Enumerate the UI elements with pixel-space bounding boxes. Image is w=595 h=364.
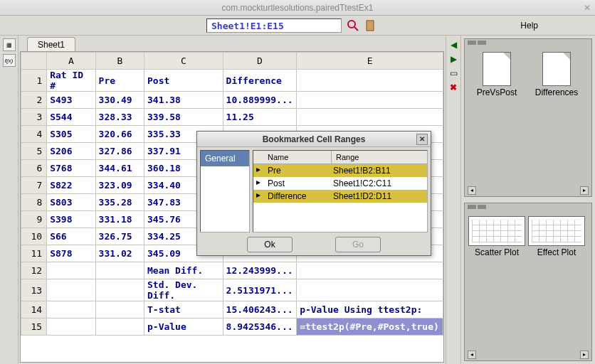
row-header[interactable]: 7 <box>21 177 47 194</box>
cell[interactable]: S398 <box>47 211 95 228</box>
cell[interactable]: Rat ID # <box>47 70 95 92</box>
row-header[interactable]: 2 <box>21 92 47 109</box>
cell[interactable]: 12.243999... <box>223 262 297 279</box>
col-header[interactable]: C <box>144 53 223 70</box>
cell[interactable]: 10.889999... <box>223 92 297 109</box>
arrow-right-icon[interactable]: ▶ <box>448 54 459 65</box>
cell[interactable] <box>47 279 95 301</box>
col-header[interactable]: E <box>297 53 443 70</box>
cell[interactable] <box>297 70 443 92</box>
cell[interactable]: S803 <box>47 194 95 211</box>
doc-item[interactable]: PreVsPost <box>469 52 525 97</box>
grid-icon[interactable]: ▦ <box>3 38 16 51</box>
cell[interactable]: S544 <box>47 109 95 126</box>
bookmark-icon[interactable] <box>347 20 359 31</box>
expand-icon[interactable]: ▸ <box>253 177 263 190</box>
row-header[interactable]: 12 <box>21 262 47 279</box>
cell[interactable] <box>47 318 95 336</box>
row-header[interactable]: 4 <box>21 126 47 143</box>
cell[interactable]: 341.38 <box>144 92 223 109</box>
cell[interactable]: p-Value <box>144 318 223 336</box>
scroll-right-icon[interactable]: ▸ <box>580 186 589 195</box>
cell[interactable]: 8.9425346... <box>223 318 297 336</box>
cell[interactable]: 11.25 <box>223 109 297 126</box>
cell[interactable]: 15.406243... <box>223 301 297 318</box>
cell[interactable]: Mean Diff. <box>144 262 223 279</box>
col-header[interactable]: B <box>95 53 144 70</box>
cell[interactable]: S493 <box>47 92 95 109</box>
cell[interactable]: 323.09 <box>95 177 144 194</box>
cell-reference-input[interactable]: Sheet1!E1:E15 <box>206 18 342 33</box>
row-header[interactable]: 11 <box>21 245 47 262</box>
delete-icon[interactable]: ✖ <box>448 82 459 94</box>
row-header[interactable]: 9 <box>21 211 47 228</box>
range-row[interactable]: ▸PreSheet1!B2:B11 <box>253 164 427 177</box>
row-header[interactable]: 15 <box>21 318 47 336</box>
scroll-left-icon[interactable]: ◂ <box>468 186 476 195</box>
col-header[interactable]: D <box>223 53 297 70</box>
row-header[interactable]: 13 <box>21 279 47 301</box>
cell[interactable]: T-stat <box>144 301 223 318</box>
cell[interactable]: 331.02 <box>95 245 144 262</box>
window-close-icon[interactable]: ✕ <box>584 3 591 13</box>
cell[interactable]: 326.75 <box>95 228 144 245</box>
cell[interactable]: 328.33 <box>95 109 144 126</box>
cell[interactable] <box>95 301 144 318</box>
cell[interactable]: Post <box>144 70 223 92</box>
row-header[interactable]: 8 <box>21 194 47 211</box>
cell[interactable]: 335.28 <box>95 194 144 211</box>
scroll-left-icon[interactable]: ◂ <box>468 350 476 359</box>
row-header[interactable]: 3 <box>21 109 47 126</box>
cell[interactable] <box>297 92 443 109</box>
row-header[interactable]: 1 <box>21 70 47 92</box>
arrow-left-icon[interactable]: ◀ <box>448 40 459 51</box>
cell[interactable] <box>95 262 144 279</box>
cell[interactable] <box>95 318 144 336</box>
doc-item[interactable]: Differences <box>529 52 584 97</box>
sheet-tab[interactable]: Sheet1 <box>27 37 75 51</box>
cell[interactable]: S206 <box>47 143 95 160</box>
range-row[interactable]: ▸PostSheet1!C2:C11 <box>253 177 427 190</box>
cell[interactable]: p-Value Using ttest2p: <box>297 301 443 318</box>
row-header[interactable]: 6 <box>21 160 47 177</box>
ok-button[interactable]: Ok <box>247 237 293 252</box>
category-list[interactable]: General <box>200 150 250 232</box>
cell[interactable]: 327.86 <box>95 143 144 160</box>
fx-icon[interactable]: f(x) <box>3 54 16 67</box>
cell[interactable]: Pre <box>95 70 144 92</box>
cell[interactable]: 344.61 <box>95 160 144 177</box>
plot-item[interactable]: Effect Plot <box>529 216 584 257</box>
go-button[interactable]: Go <box>335 237 381 252</box>
cell[interactable]: Std. Dev. Diff. <box>144 279 223 301</box>
range-row[interactable]: ▸DifferenceSheet1!D2:D11 <box>253 190 427 203</box>
expand-icon[interactable]: ▸ <box>253 164 263 177</box>
cell[interactable]: 2.5131971... <box>223 279 297 301</box>
cell[interactable] <box>297 109 443 126</box>
cell[interactable]: S878 <box>47 245 95 262</box>
col-header[interactable]: A <box>47 53 95 70</box>
cell[interactable] <box>47 301 95 318</box>
cell[interactable]: 330.49 <box>95 92 144 109</box>
row-header[interactable]: 14 <box>21 301 47 318</box>
cell[interactable] <box>297 262 443 279</box>
expand-icon[interactable]: ▸ <box>253 190 263 203</box>
cell[interactable]: 339.58 <box>144 109 223 126</box>
cell[interactable] <box>297 279 443 301</box>
notes-icon[interactable] <box>364 20 376 31</box>
dialog-close-icon[interactable]: ✕ <box>416 134 428 145</box>
cell[interactable]: S822 <box>47 177 95 194</box>
scroll-right-icon[interactable]: ▸ <box>580 350 589 359</box>
cell[interactable]: 331.18 <box>95 211 144 228</box>
document-icon[interactable]: ▭ <box>448 68 459 80</box>
row-header[interactable]: 5 <box>21 143 47 160</box>
cell[interactable] <box>47 262 95 279</box>
cell[interactable]: Difference <box>223 70 297 92</box>
plot-item[interactable]: Scatter Plot <box>469 216 525 257</box>
cell[interactable]: S305 <box>47 126 95 143</box>
category-item[interactable]: General <box>201 151 249 166</box>
cell[interactable]: 320.66 <box>95 126 144 143</box>
cell[interactable]: =ttest2p(#Pre,#Post,true) <box>297 318 443 336</box>
help-menu[interactable]: Help <box>520 21 538 31</box>
cell[interactable] <box>95 279 144 301</box>
ranges-table[interactable]: Name Range ▸PreSheet1!B2:B11▸PostSheet1!… <box>253 150 428 232</box>
